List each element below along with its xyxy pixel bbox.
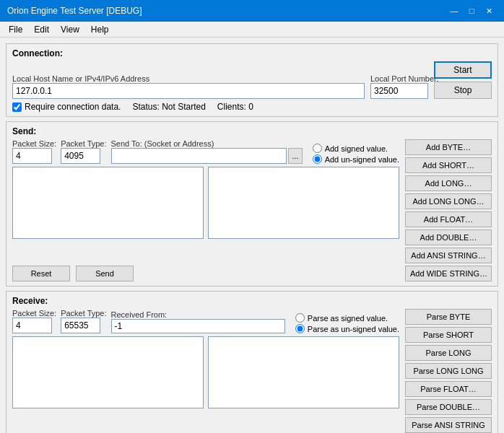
start-stop-group: Start Stop bbox=[434, 61, 492, 99]
menu-file[interactable]: File bbox=[3, 23, 28, 36]
host-input[interactable] bbox=[12, 83, 365, 99]
add-double-button[interactable]: Add DOUBLE… bbox=[405, 229, 492, 245]
menu-bar: File Edit View Help bbox=[0, 22, 504, 38]
parse-signed-label[interactable]: Parse as signed value. bbox=[295, 313, 399, 323]
add-float-button[interactable]: Add FLOAT… bbox=[405, 211, 492, 227]
send-packet-size-label: Packet Size: bbox=[12, 139, 56, 148]
packet-size-group: Packet Size: bbox=[12, 139, 56, 164]
send-section: Send: Packet Size: Packet Type: Send To:… bbox=[6, 121, 498, 287]
parse-unsigned-label[interactable]: Parse as un-signed value. bbox=[295, 324, 399, 333]
send-left: Packet Size: Packet Type: Send To: (Sock… bbox=[12, 139, 399, 281]
recv-packet-type-label: Packet Type: bbox=[61, 309, 106, 318]
send-right-buttons: Add BYTE… Add SHORT… Add LONG… Add LONG … bbox=[405, 139, 492, 281]
receive-main: Packet Size: Packet Type: Received From: bbox=[12, 309, 492, 433]
receive-areas bbox=[12, 336, 399, 429]
menu-help[interactable]: Help bbox=[85, 23, 115, 36]
close-button[interactable]: ✕ bbox=[481, 4, 497, 18]
connection-label: Connection: bbox=[12, 48, 492, 58]
connection-row2: Require connection data. Status: Not Sta… bbox=[12, 102, 492, 112]
recv-packet-type-group: Packet Type: bbox=[61, 309, 106, 333]
recv-textarea-left[interactable] bbox=[12, 336, 204, 408]
add-long-long-button[interactable]: Add LONG LONG… bbox=[405, 193, 492, 209]
send-to-browse-button[interactable]: ... bbox=[288, 148, 302, 164]
require-connection-checkbox[interactable] bbox=[12, 102, 22, 112]
recv-packet-size-label: Packet Size: bbox=[12, 309, 56, 318]
stop-button[interactable]: Stop bbox=[434, 82, 492, 99]
main-content: Connection: Local Host Name or IPv4/IPv6… bbox=[0, 38, 504, 433]
require-connection-label[interactable]: Require connection data. bbox=[12, 102, 121, 112]
add-ansi-string-button[interactable]: Add ANSI STRING… bbox=[405, 248, 492, 263]
window-title: Orion Engine Test Server [DEBUG] bbox=[7, 6, 142, 16]
send-to-input-row: ... bbox=[111, 148, 303, 164]
menu-view[interactable]: View bbox=[55, 23, 85, 36]
send-fields: Packet Size: Packet Type: Send To: (Sock… bbox=[12, 139, 399, 164]
add-signed-radio[interactable] bbox=[313, 144, 322, 153]
receive-label: Receive: bbox=[12, 296, 492, 306]
port-group: Local Port Number: bbox=[370, 74, 428, 99]
send-packet-size-input[interactable] bbox=[12, 148, 52, 164]
port-label: Local Port Number: bbox=[370, 74, 428, 83]
add-long-button[interactable]: Add LONG… bbox=[405, 175, 492, 191]
menu-edit[interactable]: Edit bbox=[28, 23, 55, 36]
recv-from-group: Received From: bbox=[111, 310, 285, 333]
recv-from-input[interactable] bbox=[111, 319, 285, 333]
parse-signed-radio[interactable] bbox=[295, 313, 305, 323]
recv-packet-size-group: Packet Size: bbox=[12, 309, 56, 333]
parse-long-long-button[interactable]: Parse LONG LONG bbox=[405, 363, 492, 379]
receive-fields: Packet Size: Packet Type: Received From: bbox=[12, 309, 399, 333]
port-input[interactable] bbox=[370, 83, 428, 99]
parse-byte-button[interactable]: Parse BYTE bbox=[405, 309, 492, 325]
parse-ansi-string-button[interactable]: Parse ANSI STRING bbox=[405, 417, 492, 433]
send-to-label: Send To: (Socket or Address) bbox=[111, 139, 303, 148]
recv-packet-size-input[interactable] bbox=[12, 318, 52, 333]
connection-row1: Local Host Name or IPv4/IPv6 Address Loc… bbox=[12, 61, 492, 99]
send-to-group: Send To: (Socket or Address) ... bbox=[111, 139, 303, 164]
title-bar: Orion Engine Test Server [DEBUG] — □ ✕ bbox=[0, 0, 504, 22]
receive-right-buttons: Parse BYTE Parse SHORT Parse LONG Parse … bbox=[405, 309, 492, 433]
send-reset-button[interactable]: Reset bbox=[12, 266, 70, 281]
add-byte-button[interactable]: Add BYTE… bbox=[405, 139, 492, 155]
clients-label: Clients: 0 bbox=[217, 102, 253, 112]
recv-from-label: Received From: bbox=[111, 310, 285, 319]
send-label: Send: bbox=[12, 126, 492, 136]
window-controls: — □ ✕ bbox=[446, 4, 497, 18]
send-textarea-right[interactable] bbox=[208, 167, 399, 239]
add-short-button[interactable]: Add SHORT… bbox=[405, 157, 492, 173]
status-label: Status: Not Started bbox=[132, 102, 205, 112]
host-label: Local Host Name or IPv4/IPv6 Address bbox=[12, 74, 365, 83]
recv-packet-type-input[interactable] bbox=[61, 318, 100, 333]
send-to-input[interactable] bbox=[111, 148, 287, 164]
parse-long-button[interactable]: Parse LONG bbox=[405, 345, 492, 361]
host-group: Local Host Name or IPv4/IPv6 Address bbox=[12, 74, 365, 99]
add-unsigned-radio[interactable] bbox=[313, 154, 322, 164]
parse-short-button[interactable]: Parse SHORT bbox=[405, 327, 492, 343]
send-packet-type-input[interactable] bbox=[61, 148, 100, 164]
add-value-radio-group: Add signed value. Add un-signed value. bbox=[313, 144, 399, 164]
send-send-button[interactable]: Send bbox=[76, 266, 134, 281]
receive-left: Packet Size: Packet Type: Received From: bbox=[12, 309, 399, 433]
send-main: Packet Size: Packet Type: Send To: (Sock… bbox=[12, 139, 492, 281]
add-wide-string-button[interactable]: Add WIDE STRING… bbox=[405, 266, 492, 281]
send-packet-type-label: Packet Type: bbox=[61, 139, 106, 148]
parse-value-radio-group: Parse as signed value. Parse as un-signe… bbox=[295, 313, 399, 333]
start-button[interactable]: Start bbox=[434, 61, 492, 79]
minimize-button[interactable]: — bbox=[446, 4, 462, 18]
parse-float-button[interactable]: Parse FLOAT… bbox=[405, 381, 492, 397]
add-signed-label[interactable]: Add signed value. bbox=[313, 144, 399, 153]
send-bottom: Reset Send bbox=[12, 266, 399, 281]
packet-type-group: Packet Type: bbox=[61, 139, 106, 164]
recv-textarea-right[interactable] bbox=[208, 336, 399, 408]
send-areas bbox=[12, 167, 399, 260]
parse-double-button[interactable]: Parse DOUBLE… bbox=[405, 399, 492, 415]
add-unsigned-label[interactable]: Add un-signed value. bbox=[313, 154, 399, 164]
send-textarea-left[interactable] bbox=[12, 167, 204, 239]
maximize-button[interactable]: □ bbox=[464, 4, 479, 18]
receive-section: Receive: Packet Size: Packet Type: Recei… bbox=[6, 291, 498, 433]
parse-unsigned-radio[interactable] bbox=[295, 324, 305, 333]
connection-section: Connection: Local Host Name or IPv4/IPv6… bbox=[6, 43, 498, 117]
